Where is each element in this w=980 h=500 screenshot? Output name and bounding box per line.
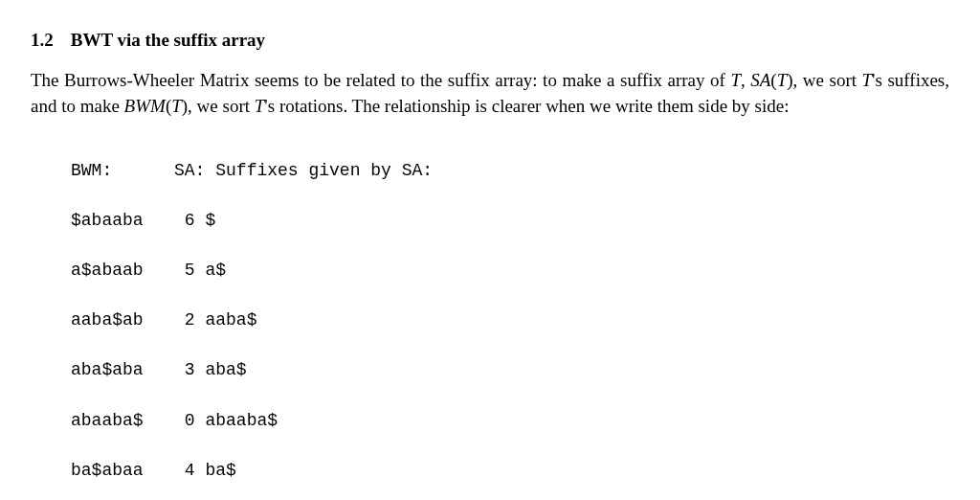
text: The Burrows-Wheeler Matrix seems to be r… — [31, 70, 730, 90]
var-T: T — [862, 70, 873, 90]
table-row: aba$aba 3 aba$ — [71, 357, 949, 382]
var-T: T — [255, 96, 265, 116]
var-T: T — [777, 70, 788, 90]
text: 's rotations. The relationship is cleare… — [264, 96, 789, 116]
var-BWM: BWM — [124, 96, 166, 116]
var-SA: SA — [750, 70, 770, 90]
table-row: $abaaba 6 $ — [71, 208, 949, 233]
table-row: abaaba$ 0 abaaba$ — [71, 408, 949, 433]
section-title: BWT via the suffix array — [71, 30, 265, 50]
table-header: BWM: SA: Suffixes given by SA: — [71, 158, 949, 183]
table-row: a$abaab 5 a$ — [71, 258, 949, 283]
section-heading: 1.2BWT via the suffix array — [31, 27, 949, 54]
bwm-sa-table: BWM: SA: Suffixes given by SA: $abaaba 6… — [71, 133, 949, 500]
text: , we sort — [793, 70, 862, 90]
section-number: 1.2 — [31, 27, 54, 54]
paragraph-1: The Burrows-Wheeler Matrix seems to be r… — [31, 67, 949, 120]
var-T: T — [730, 70, 741, 90]
text: , — [741, 70, 750, 90]
table-row: aaba$ab 2 aaba$ — [71, 307, 949, 332]
table-row: ba$abaa 4 ba$ — [71, 458, 949, 483]
var-T: T — [171, 96, 182, 116]
text: , we sort — [188, 96, 255, 116]
